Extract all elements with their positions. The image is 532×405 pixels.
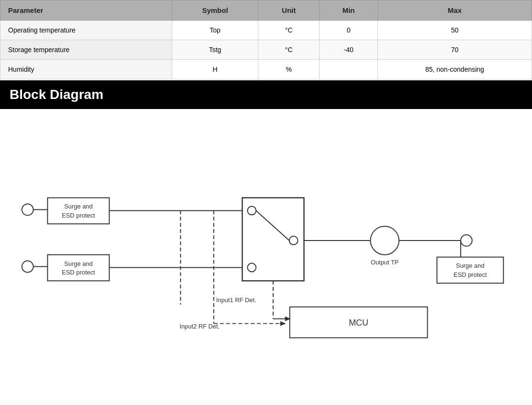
max-storage-temp: 70 [377,40,532,60]
min-humidity [320,60,377,79]
table-row: Operating temperature Top °C 0 50 [0,21,532,40]
param-humidity: Humidity [0,60,172,79]
output-tp-label: Output TP [371,259,399,266]
symbol-humidity: H [172,60,258,79]
input2-rf-label: Input2 RF Det. [179,323,220,330]
col-header-parameter: Parameter [0,0,172,21]
switch-circle-out [289,236,298,245]
table-row: Storage temperature Tstg °C -40 70 [0,40,532,60]
switch-line [256,210,289,241]
input-circle-bottom [22,261,33,273]
surge-label-2: Surge and [64,260,93,267]
surge-label-1: Surge and [64,203,93,210]
unit-humidity: % [258,60,320,79]
surge-label-3b: ESD protect [454,271,487,278]
block-diagram-svg: Surge and ESD protect Surge and ESD prot… [10,119,522,353]
max-operating-temp: 50 [377,21,532,40]
min-operating-temp: 0 [320,21,377,40]
input1-rf-label: Input1 RF Det. [216,296,256,304]
switch-box [242,198,304,281]
table-container: Parameter Symbol Unit Min Max Operating … [0,0,532,79]
unit-storage-temp: °C [258,40,320,60]
symbol-operating-temp: Top [172,21,258,40]
unit-operating-temp: °C [258,21,320,40]
specs-table: Parameter Symbol Unit Min Max Operating … [0,0,532,79]
surge-box-3 [437,257,503,284]
input-circle-top [22,204,33,215]
table-row: Humidity H % 85, non-condensing [0,60,532,79]
max-humidity: 85, non-condensing [377,60,532,79]
diagram-area: Surge and ESD protect Surge and ESD prot… [0,109,532,353]
mcu-label: MCU [349,318,368,328]
surge-label-1b: ESD protect [62,212,95,219]
col-header-unit: Unit [258,0,320,21]
col-header-min: Min [320,0,377,21]
arrow-head-bottom [280,321,286,326]
col-header-symbol: Symbol [172,0,258,21]
switch-circle-top [247,206,256,215]
output-circle [461,235,472,246]
transformer-circle [370,226,399,255]
surge-box-2 [47,255,109,281]
col-header-max: Max [377,0,532,21]
param-storage-temp: Storage temperature [0,40,172,60]
min-storage-temp: -40 [320,40,377,60]
symbol-storage-temp: Tstg [172,40,258,60]
surge-label-3: Surge and [456,262,485,269]
block-diagram-header: Block Diagram [0,80,532,109]
surge-label-2b: ESD protect [62,269,95,276]
surge-box-1 [47,198,109,224]
switch-circle-bottom [247,263,256,272]
param-operating-temp: Operating temperature [0,21,172,40]
